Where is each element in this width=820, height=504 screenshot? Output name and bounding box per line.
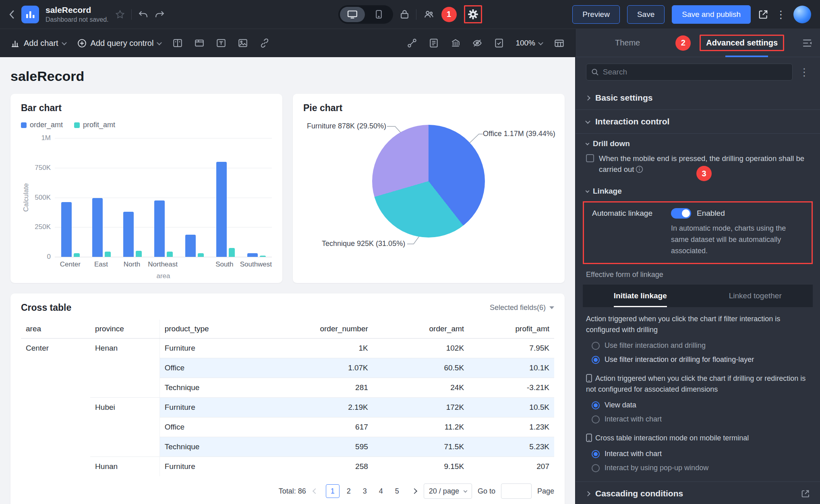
page-button-2[interactable]: 2 (342, 484, 356, 498)
section-basic-settings[interactable]: Basic settings (576, 86, 820, 109)
page-size-select[interactable]: 20 / page (424, 483, 472, 499)
col-header-province[interactable]: province (90, 320, 159, 339)
radio-option[interactable]: Use filter interaction and drilling (586, 339, 810, 353)
col-header-order_number[interactable]: order_number (271, 320, 373, 339)
data-cell[interactable]: 172K (373, 398, 469, 417)
bar-group-northwest[interactable] (179, 138, 210, 257)
data-cell[interactable]: Office (159, 417, 271, 437)
jump-link-icon[interactable] (407, 38, 417, 48)
bar-profit_amt[interactable] (74, 253, 80, 257)
col-header-order_amt[interactable]: order_amt (373, 320, 469, 339)
radio-unselected-icon[interactable] (592, 415, 600, 423)
data-cell[interactable]: 60.5K (373, 358, 469, 378)
data-cell[interactable]: Furniture (159, 457, 271, 477)
search-box[interactable] (586, 64, 793, 81)
data-cell[interactable]: 9.15K (373, 457, 469, 477)
data-cell[interactable]: 71.5K (373, 437, 469, 457)
back-button[interactable] (9, 9, 15, 20)
bar-group-northeast[interactable] (148, 138, 179, 257)
radio-unselected-icon[interactable] (592, 342, 600, 350)
data-cell[interactable]: 10.1K (469, 358, 554, 378)
collapse-panel-icon[interactable] (802, 39, 812, 48)
bar-profit_amt[interactable] (260, 256, 266, 257)
page-button-4[interactable]: 4 (374, 484, 388, 498)
data-cell[interactable]: 258 (271, 457, 373, 477)
mobile-view-button[interactable] (367, 7, 391, 22)
cross-table-card[interactable]: Cross table Selected fields(6) areaprovi… (10, 293, 565, 504)
data-cell[interactable]: 24K (373, 378, 469, 398)
pie-chart-card[interactable]: Pie chart Office 1.17M (39.44%)Technique… (293, 94, 565, 283)
device-toggle[interactable] (338, 5, 393, 24)
linkage-header[interactable]: Linkage (586, 187, 810, 196)
user-avatar[interactable] (793, 6, 811, 23)
data-cell[interactable]: 617 (271, 417, 373, 437)
bar-chart-plot[interactable] (55, 138, 272, 257)
more-menu-icon[interactable]: ⋮ (776, 9, 786, 20)
data-cell[interactable]: 1K (271, 339, 373, 358)
prev-page-button[interactable] (312, 489, 319, 493)
image-widget-icon[interactable] (238, 38, 248, 48)
search-input[interactable] (603, 68, 787, 76)
grid-layout-icon[interactable] (554, 38, 565, 49)
data-cell[interactable]: 1.23K (469, 417, 554, 437)
preview-visibility-icon[interactable] (472, 38, 482, 48)
tab-initiate-linkage[interactable]: Initiate linkage (583, 285, 698, 307)
add-chart-button[interactable]: Add chart (10, 39, 66, 48)
radio-option[interactable]: Interact by using pop-up window (586, 461, 810, 475)
data-cell[interactable]: 207 (469, 457, 554, 477)
data-cell[interactable]: -3.21K (469, 378, 554, 398)
data-cell[interactable]: Technique (159, 378, 271, 398)
data-cell[interactable]: 595 (271, 437, 373, 457)
bar-chart-card[interactable]: Bar chart order_amtprofit_amt Calculate … (10, 94, 282, 283)
share-export-icon[interactable] (758, 9, 768, 20)
page-button-3[interactable]: 3 (358, 484, 372, 498)
data-cell[interactable]: Office (159, 358, 271, 378)
favorite-star-icon[interactable] (115, 10, 125, 19)
settings-gear-icon[interactable] (468, 9, 478, 20)
info-icon[interactable] (636, 165, 643, 173)
bar-group-southwest[interactable] (241, 138, 272, 257)
page-button-5[interactable]: 5 (390, 484, 404, 498)
radio-option[interactable]: Interact with chart (586, 447, 810, 461)
bar-profit_amt[interactable] (198, 253, 204, 257)
radio-option[interactable]: Interact with chart (586, 412, 810, 426)
bar-order_amt[interactable] (185, 235, 196, 257)
automatic-linkage-toggle[interactable] (671, 208, 691, 219)
todo-checklist-icon[interactable] (494, 38, 504, 48)
col-header-area[interactable]: area (21, 320, 90, 339)
report-document-icon[interactable] (429, 38, 439, 48)
data-cell[interactable]: 11.2K (373, 417, 469, 437)
section-interaction-control[interactable]: Interaction control (576, 110, 820, 133)
undo-button[interactable] (138, 10, 148, 19)
goto-page-input[interactable] (501, 483, 532, 499)
external-link-icon[interactable] (801, 490, 810, 498)
bar-order_amt[interactable] (123, 212, 134, 257)
col-header-profit_amt[interactable]: profit_amt (469, 320, 554, 339)
preview-button[interactable]: Preview (572, 5, 620, 24)
bar-order_amt[interactable] (92, 198, 103, 257)
data-cell[interactable]: Furniture (159, 339, 271, 358)
bar-group-north[interactable] (117, 138, 148, 257)
radio-option[interactable]: View data (586, 398, 810, 412)
bar-order_amt[interactable] (154, 200, 165, 257)
bar-group-east[interactable] (86, 138, 117, 257)
desktop-view-button[interactable] (340, 7, 365, 22)
tab-widget-icon[interactable] (194, 38, 205, 48)
bar-group-center[interactable] (55, 138, 86, 257)
drill-down-header[interactable]: Drill down (586, 139, 810, 148)
data-cell[interactable]: 1.07K (271, 358, 373, 378)
data-cell[interactable]: 281 (271, 378, 373, 398)
legend-item-order_amt[interactable]: order_amt (21, 121, 63, 129)
panel-more-icon[interactable]: ⋮ (799, 67, 810, 77)
data-cell[interactable]: 10.5K (469, 398, 554, 417)
radio-option[interactable]: Use filter interaction or drilling for f… (586, 353, 810, 367)
bar-group-south[interactable] (210, 138, 241, 257)
selected-fields-dropdown[interactable]: Selected fields(6) (490, 304, 554, 312)
next-page-button[interactable] (411, 489, 418, 493)
data-cell[interactable]: 102K (373, 339, 469, 358)
pie-chart[interactable] (372, 125, 485, 238)
col-header-product_type[interactable]: product_type (159, 320, 271, 339)
section-cascading-conditions[interactable]: Cascading conditions (576, 482, 820, 504)
radio-selected-icon[interactable] (592, 450, 600, 458)
bar-profit_amt[interactable] (136, 251, 142, 257)
